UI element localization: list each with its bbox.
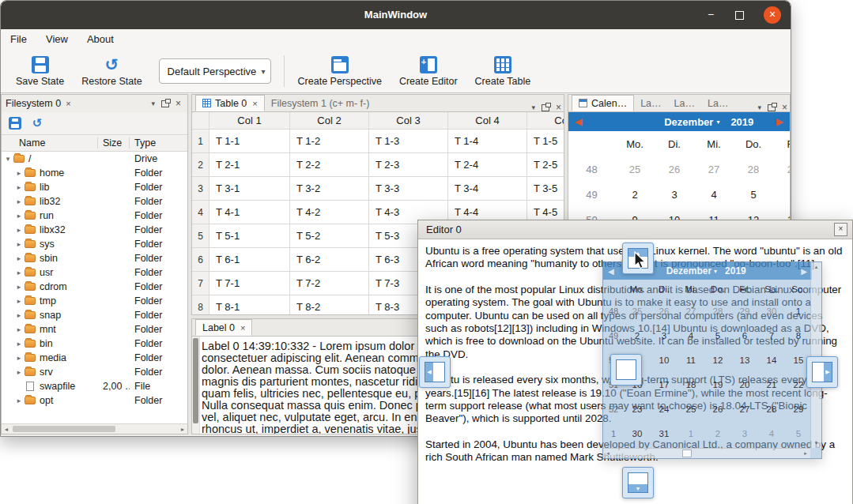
create-editor-button[interactable]: Create Editor bbox=[391, 55, 466, 88]
expand-arrow-icon[interactable]: ▸ bbox=[15, 240, 23, 248]
column-header[interactable]: Col 1 bbox=[209, 112, 290, 130]
table-cell[interactable]: T 3-1 bbox=[209, 177, 290, 201]
dock-menu-icon[interactable]: ▾ bbox=[757, 103, 761, 111]
tab-table-0[interactable]: Table 0× bbox=[195, 95, 265, 111]
expand-arrow-icon[interactable]: ▸ bbox=[15, 254, 23, 262]
calendar-date[interactable]: 26 bbox=[655, 156, 694, 182]
table-cell[interactable]: T 2-5 bbox=[527, 153, 564, 177]
expand-arrow-icon[interactable]: ▸ bbox=[15, 169, 23, 177]
perspective-select[interactable]: Default Perspective ▾ bbox=[159, 58, 271, 84]
column-header-type[interactable]: Type bbox=[130, 137, 187, 149]
minimize-button[interactable]: − bbox=[700, 1, 721, 29]
filesystem-row[interactable]: ▸swapfile2,00 …File bbox=[2, 379, 187, 393]
row-header[interactable]: 4 bbox=[192, 201, 209, 224]
close-icon[interactable]: × bbox=[834, 223, 847, 236]
expand-arrow-icon[interactable]: ▸ bbox=[15, 269, 23, 276]
row-header[interactable]: 8 bbox=[192, 295, 209, 315]
table-cell[interactable]: T 3-3 bbox=[369, 177, 448, 201]
tab-close-icon[interactable]: × bbox=[240, 323, 245, 333]
create-perspective-button[interactable]: Create Perspective bbox=[289, 55, 391, 88]
close-button[interactable]: × bbox=[764, 6, 781, 24]
table-cell[interactable]: T 1-1 bbox=[209, 130, 290, 153]
close-icon[interactable]: × bbox=[782, 103, 787, 111]
float-icon[interactable] bbox=[542, 104, 549, 111]
column-header[interactable]: Col 5 bbox=[527, 112, 564, 130]
row-header[interactable]: 1 bbox=[192, 130, 209, 153]
close-icon[interactable]: × bbox=[556, 103, 561, 111]
filesystem-row[interactable]: ▸libx32Folder bbox=[2, 223, 187, 237]
expand-arrow-icon[interactable]: ▸ bbox=[15, 283, 23, 291]
menu-item-about[interactable]: About bbox=[77, 29, 123, 50]
table-cell[interactable]: T 2-4 bbox=[448, 153, 527, 177]
calendar-date[interactable]: 2 bbox=[615, 182, 655, 207]
table-cell[interactable]: T 8-1 bbox=[209, 295, 290, 315]
filesystem-row[interactable]: ▸optFolder bbox=[2, 393, 187, 408]
filesystem-row[interactable]: ▸runFolder bbox=[2, 209, 187, 223]
row-header[interactable]: 5 bbox=[192, 224, 209, 248]
expand-arrow-icon[interactable]: ▸ bbox=[15, 197, 23, 205]
column-header-name[interactable]: Name bbox=[2, 137, 98, 149]
filesystem-row[interactable]: ▸binFolder bbox=[2, 337, 187, 351]
expand-arrow-icon[interactable]: ▸ bbox=[15, 297, 23, 305]
scroll-left-icon[interactable]: ◂ bbox=[2, 426, 11, 433]
tab-close-icon[interactable]: × bbox=[252, 99, 257, 108]
scrollbar-handle[interactable] bbox=[193, 338, 198, 423]
tab-la[interactable]: La… bbox=[634, 95, 667, 111]
calendar-date[interactable]: 27 bbox=[694, 156, 734, 182]
dock-indicator-right[interactable]: ▶ bbox=[806, 356, 838, 388]
expand-arrow-icon[interactable]: ▸ bbox=[15, 212, 23, 220]
table-cell[interactable]: T 1-5 bbox=[527, 130, 564, 153]
filesystem-row[interactable]: ▸snapFolder bbox=[2, 308, 187, 322]
filesystem-row[interactable]: ▸tmpFolder bbox=[2, 294, 187, 308]
column-header-size[interactable]: Size bbox=[98, 137, 130, 149]
dock-menu-icon[interactable]: ▾ bbox=[151, 100, 155, 107]
filesystem-row[interactable]: ▸srvFolder bbox=[2, 365, 187, 379]
float-icon[interactable] bbox=[768, 104, 776, 111]
year-button[interactable]: 2019 bbox=[730, 116, 753, 128]
column-header[interactable]: Col 4 bbox=[448, 112, 527, 130]
filesystem-dock-titlebar[interactable]: Filesystem 0 × ▾ × bbox=[2, 95, 187, 112]
filesystem-row[interactable]: ▸sysFolder bbox=[2, 237, 187, 251]
calendar-date[interactable]: 6 bbox=[773, 182, 791, 207]
calendar-date[interactable]: 28 bbox=[734, 156, 773, 182]
table-cell[interactable]: T 7-1 bbox=[209, 272, 290, 295]
filesystem-row[interactable]: ▸mediaFolder bbox=[2, 351, 187, 365]
vertical-scrollbar[interactable] bbox=[192, 337, 200, 434]
calendar-date[interactable]: 3 bbox=[655, 182, 694, 207]
menu-item-file[interactable]: File bbox=[1, 29, 36, 50]
filesystem-row[interactable]: ▸mntFolder bbox=[2, 322, 187, 337]
dock-indicator-left[interactable]: ◀ bbox=[419, 356, 451, 388]
column-header[interactable]: Col 2 bbox=[290, 112, 369, 130]
scroll-right-icon[interactable]: ▸ bbox=[178, 426, 187, 433]
next-month-icon[interactable]: ▶ bbox=[770, 116, 790, 127]
expand-arrow-icon[interactable]: ▸ bbox=[15, 354, 23, 362]
table-cell[interactable]: T 7-2 bbox=[290, 272, 369, 295]
prev-month-icon[interactable]: ◀ bbox=[568, 116, 588, 127]
calendar-date[interactable]: 5 bbox=[734, 182, 773, 207]
save-state-button[interactable]: Save State bbox=[7, 55, 73, 88]
row-header[interactable]: 6 bbox=[192, 248, 209, 272]
create-table-button[interactable]: Create Table bbox=[466, 55, 540, 88]
expand-arrow-icon[interactable]: ▸ bbox=[15, 311, 23, 319]
table-cell[interactable]: T 6-2 bbox=[290, 248, 369, 272]
save-icon[interactable] bbox=[9, 117, 21, 130]
table-cell[interactable]: T 5-1 bbox=[209, 224, 290, 248]
menu-item-view[interactable]: View bbox=[36, 29, 77, 50]
table-cell[interactable]: T 2-3 bbox=[369, 153, 448, 177]
tab-la[interactable]: La… bbox=[668, 95, 701, 111]
table-cell[interactable]: T 1-2 bbox=[290, 130, 369, 153]
float-icon[interactable] bbox=[161, 100, 169, 107]
scrollbar-handle[interactable] bbox=[13, 426, 115, 432]
table-cell[interactable]: T 1-4 bbox=[448, 130, 527, 153]
table-cell[interactable]: T 8-2 bbox=[290, 295, 369, 315]
filesystem-column-headers[interactable]: Name Size Type bbox=[2, 134, 187, 152]
expand-arrow-icon[interactable]: ▸ bbox=[15, 397, 23, 404]
editor-titlebar[interactable]: Editor 0 × bbox=[418, 220, 852, 239]
dock-indicator-center[interactable] bbox=[610, 354, 642, 386]
table-cell[interactable]: T 2-1 bbox=[209, 153, 290, 177]
filesystem-row[interactable]: ▸libFolder bbox=[2, 180, 187, 194]
table-cell[interactable]: T 6-1 bbox=[209, 248, 290, 272]
expand-arrow-icon[interactable]: ▸ bbox=[15, 226, 23, 234]
scrollbar-track[interactable] bbox=[11, 426, 178, 432]
expand-arrow-icon[interactable]: ▸ bbox=[15, 340, 23, 348]
